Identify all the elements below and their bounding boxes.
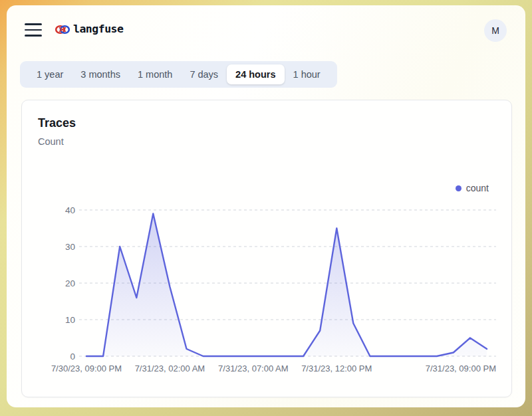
window-frame: langfuse M 1 year 3 months 1 month 7 day… [0,0,532,416]
legend-count-label: count [466,183,489,193]
tab-24-hours[interactable]: 24 hours [227,64,284,84]
svg-text:7/31/23, 09:00 PM: 7/31/23, 09:00 PM [426,364,496,373]
svg-text:7/31/23, 12:00 PM: 7/31/23, 12:00 PM [301,364,372,373]
legend-dot [456,185,462,191]
tab-1-hour[interactable]: 1 hour [285,64,329,84]
traces-chart[interactable]: 0102030407/30/23, 09:00 PM7/31/23, 02:00… [33,203,502,380]
tab-7-days[interactable]: 7 days [181,64,227,84]
user-avatar[interactable]: M [484,19,507,42]
traces-chart-area[interactable]: 0102030407/30/23, 09:00 PM7/31/23, 02:00… [33,203,502,380]
langfuse-logo-icon [55,24,70,35]
tab-1-year[interactable]: 1 year [28,64,72,84]
hamburger-icon [25,23,42,25]
traces-card: Traces Count count 0102030407/30/23, 09:… [21,100,512,397]
svg-text:7/31/23, 07:00 AM: 7/31/23, 07:00 AM [218,364,289,373]
svg-text:0: 0 [70,352,75,362]
svg-text:40: 40 [65,205,75,215]
tab-3-months[interactable]: 3 months [72,64,129,84]
hamburger-menu-button[interactable] [25,23,42,37]
card-title: Traces [38,116,76,130]
svg-text:7/31/23, 02:00 AM: 7/31/23, 02:00 AM [135,364,205,373]
svg-text:10: 10 [65,315,75,325]
app-title: langfuse [73,23,123,35]
card-subtitle: Count [38,136,64,147]
app-panel: langfuse M 1 year 3 months 1 month 7 day… [7,5,525,407]
tab-1-month[interactable]: 1 month [129,64,181,84]
svg-text:30: 30 [65,242,75,252]
svg-text:20: 20 [65,278,75,288]
svg-text:7/30/23, 09:00 PM: 7/30/23, 09:00 PM [51,364,122,373]
time-range-tabs: 1 year 3 months 1 month 7 days 24 hours … [20,61,337,88]
chart-legend: count [456,183,489,193]
